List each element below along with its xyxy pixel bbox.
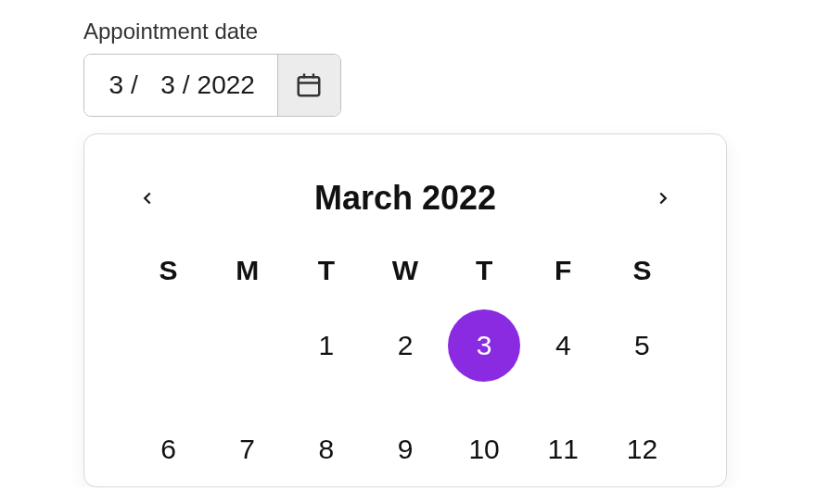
day-cell[interactable]: 7 — [208, 412, 287, 486]
date-day-segment[interactable]: 3 — [146, 70, 175, 100]
chevron-left-icon — [137, 188, 158, 208]
day-number: 6 — [160, 434, 176, 465]
day-cell[interactable]: 8 — [287, 412, 365, 486]
calendar-toggle-button[interactable] — [277, 55, 340, 116]
weekday-label: W — [365, 255, 444, 286]
chevron-right-icon — [653, 188, 673, 208]
day-cell[interactable]: 6 — [129, 412, 208, 486]
day-number: 12 — [627, 434, 657, 465]
calendar-header: March 2022 — [129, 179, 682, 218]
day-cell[interactable]: 5 — [603, 309, 682, 383]
days-grid: 123456789101112 — [129, 309, 682, 486]
svg-rect-0 — [299, 77, 320, 95]
day-empty — [208, 309, 287, 383]
day-number: 9 — [398, 434, 414, 465]
weekday-row: SMTWTFS — [129, 255, 682, 286]
day-cell[interactable]: 1 — [287, 309, 365, 383]
date-separator: / — [127, 70, 142, 100]
day-empty — [129, 309, 208, 383]
day-number: 7 — [239, 434, 255, 465]
weekday-label: S — [129, 255, 208, 286]
day-number: 11 — [548, 434, 579, 465]
date-month-segment[interactable]: 3 — [107, 70, 123, 100]
day-cell[interactable]: 3 — [445, 309, 524, 383]
day-cell[interactable]: 10 — [445, 412, 524, 486]
day-number: 2 — [398, 330, 414, 361]
day-cell[interactable]: 2 — [365, 309, 444, 383]
day-number: 3 — [477, 330, 492, 361]
day-cell[interactable]: 12 — [603, 412, 682, 486]
date-input-group[interactable]: 3 / 3 / 2022 — [83, 54, 341, 117]
weekday-label: T — [287, 255, 365, 286]
date-year-segment[interactable]: 2022 — [198, 70, 255, 100]
weekday-label: M — [208, 255, 287, 286]
weekday-label: T — [445, 255, 524, 286]
calendar-icon — [295, 71, 323, 99]
day-number: 1 — [319, 330, 335, 361]
day-number: 5 — [634, 330, 650, 361]
day-cell[interactable]: 11 — [524, 412, 603, 486]
date-separator: / — [179, 70, 194, 100]
weekday-label: S — [603, 255, 682, 286]
prev-month-button[interactable] — [129, 180, 166, 217]
next-month-button[interactable] — [644, 180, 682, 217]
day-number: 8 — [319, 434, 335, 465]
date-input[interactable]: 3 / 3 / 2022 — [84, 55, 277, 116]
calendar-popover: March 2022 SMTWTFS 123456789101112 — [83, 133, 727, 487]
day-cell[interactable]: 9 — [365, 412, 444, 486]
day-number: 10 — [468, 434, 499, 465]
field-label: Appointment date — [83, 19, 829, 44]
day-cell[interactable]: 4 — [524, 309, 603, 383]
weekday-label: F — [524, 255, 603, 286]
month-year-label: March 2022 — [314, 179, 496, 218]
day-number: 4 — [555, 330, 571, 361]
